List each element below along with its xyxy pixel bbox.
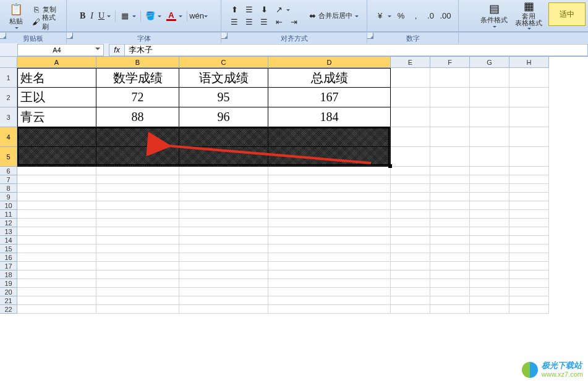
cell[interactable] [391,288,430,296]
cell[interactable] [391,193,430,201]
name-box[interactable] [17,44,104,56]
cell[interactable] [509,305,549,314]
cell[interactable] [17,279,96,288]
formula-input[interactable] [125,44,588,56]
row-header-11[interactable]: 11 [0,210,17,219]
cell[interactable] [96,193,179,201]
cell[interactable] [268,201,391,210]
cell[interactable] [391,88,430,107]
cell[interactable] [96,288,179,296]
row-header-1[interactable]: 1 [0,68,17,88]
format-painter-button[interactable]: 🖌格式刷 [30,16,62,28]
cell[interactable] [96,236,179,245]
cell[interactable] [17,253,96,262]
cell[interactable]: 72 [96,88,179,107]
align-left-button[interactable]: ☰ [228,16,241,28]
indent-dec-button[interactable]: ⇤ [272,16,286,28]
cell[interactable] [179,296,268,305]
select-all-corner[interactable] [0,57,17,68]
cell[interactable] [179,193,268,201]
cell[interactable] [509,147,549,167]
cell[interactable] [470,296,509,305]
cell[interactable] [391,68,430,88]
cell[interactable] [96,245,179,253]
cell[interactable] [470,262,509,270]
cell[interactable]: 数学成绩 [96,68,179,88]
cell[interactable] [509,236,549,245]
cell[interactable] [96,305,179,314]
dialog-launcher-icon[interactable] [367,33,373,39]
cell[interactable] [179,262,268,270]
cell[interactable] [509,279,549,288]
cell[interactable] [268,210,391,219]
cell[interactable] [470,167,509,175]
row-header-14[interactable]: 14 [0,236,17,245]
cell[interactable] [391,305,430,314]
cell[interactable] [17,201,96,210]
row-header-15[interactable]: 15 [0,245,17,253]
paste-button[interactable]: 📋 粘贴 [5,1,27,31]
row-header-16[interactable]: 16 [0,253,17,262]
cell[interactable] [470,270,509,279]
cell[interactable] [470,236,509,245]
cell[interactable] [268,167,391,175]
cell[interactable] [179,147,268,167]
cell[interactable] [509,167,549,175]
underline-button[interactable]: U [96,10,113,22]
cell[interactable] [179,305,268,314]
cell[interactable] [391,127,430,147]
cell[interactable] [509,245,549,253]
cell[interactable] [17,296,96,305]
cell[interactable] [470,193,509,201]
row-header-12[interactable]: 12 [0,219,17,227]
cell[interactable] [509,201,549,210]
cell[interactable]: 88 [96,107,179,127]
table-format-button[interactable]: ▦ 套用 表格格式 [511,0,546,30]
cell[interactable] [268,288,391,296]
cell[interactable] [96,201,179,210]
cell[interactable] [268,127,391,147]
cell[interactable] [509,262,549,270]
align-top-button[interactable]: ⬆ [228,4,241,16]
cell[interactable] [17,210,96,219]
cell[interactable]: 总成绩 [268,68,391,88]
cell[interactable]: 姓名 [17,68,96,88]
cell[interactable] [470,175,509,184]
cell[interactable] [391,210,430,219]
cell[interactable] [391,167,430,175]
col-header-E[interactable]: E [391,57,430,68]
cell[interactable] [430,184,470,193]
cell[interactable] [430,167,470,175]
cell[interactable] [509,88,549,107]
cell[interactable] [268,305,391,314]
cell[interactable] [391,107,430,127]
name-box-dropdown[interactable] [93,45,102,55]
cell[interactable] [430,262,470,270]
cell[interactable] [430,88,470,107]
cell[interactable] [17,167,96,175]
cell[interactable] [17,245,96,253]
merge-center-button[interactable]: ⬌合并后居中 [305,10,360,22]
cell[interactable] [96,210,179,219]
currency-button[interactable]: ¥ [373,10,393,22]
cell[interactable] [96,175,179,184]
cell[interactable] [470,305,509,314]
cell[interactable] [96,262,179,270]
fx-button[interactable]: fx [109,44,125,56]
cell[interactable] [470,288,509,296]
cell[interactable] [430,201,470,210]
cell[interactable] [17,236,96,245]
cell[interactable]: 95 [179,88,268,107]
cell[interactable]: 王以 [17,88,96,107]
cell[interactable] [391,270,430,279]
cell[interactable] [470,68,509,88]
cell[interactable] [179,167,268,175]
indent-inc-button[interactable]: ⇥ [287,16,300,28]
cell[interactable] [391,201,430,210]
dec-decimal-button[interactable]: .00 [439,10,453,22]
cell[interactable] [430,147,470,167]
row-header-9[interactable]: 9 [0,193,17,201]
cell[interactable]: 青云 [17,107,96,127]
cell[interactable] [509,296,549,305]
dialog-launcher-icon[interactable] [0,33,6,39]
